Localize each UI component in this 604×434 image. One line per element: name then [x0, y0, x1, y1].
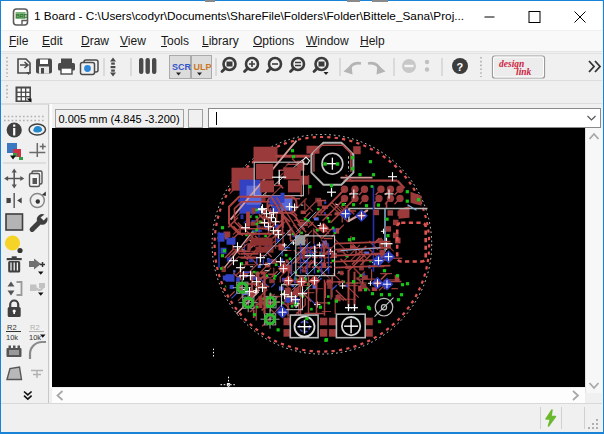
svg-text:SCR: SCR	[172, 62, 192, 72]
svg-text:?: ?	[457, 61, 464, 73]
svg-text:BRD: BRD	[16, 13, 28, 19]
svg-text:design: design	[499, 59, 524, 69]
svg-text:ULP: ULP	[194, 62, 212, 72]
svg-text:link: link	[516, 67, 532, 77]
